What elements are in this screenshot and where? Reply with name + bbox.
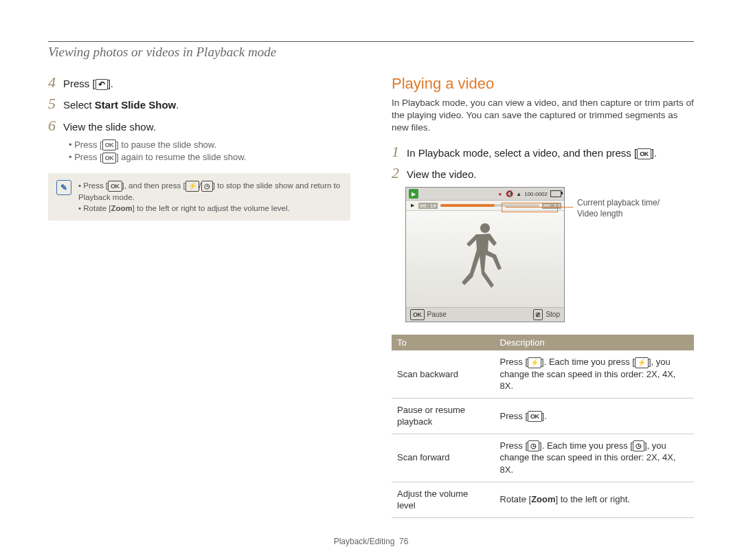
timer-icon xyxy=(528,440,539,451)
cell-desc: Press [OK]. xyxy=(495,398,694,434)
list-item: Press [OK], and then press [/] to stop t… xyxy=(78,180,342,203)
callout-highlight xyxy=(502,203,558,212)
ok-icon: OK xyxy=(102,153,117,164)
table-row: Pause or resume playback Press [OK]. xyxy=(392,398,694,434)
step-6: 6 View the slide show. xyxy=(48,118,350,134)
list-item: Press [OK] to pause the slide show. xyxy=(69,139,350,151)
text: Current playback time/ xyxy=(577,198,660,208)
text: Select xyxy=(63,99,95,111)
cell-to: Pause or resume playback xyxy=(392,398,495,434)
battery-icon xyxy=(550,190,561,197)
text: Press [ xyxy=(83,181,108,190)
text: Pause xyxy=(427,311,447,318)
manual-page: Viewing photos or videos in Playback mod… xyxy=(0,0,742,560)
left-column: 4 Press []. 5 Select Start Slide Show. 6… xyxy=(48,75,350,518)
text: ]. xyxy=(542,411,547,421)
flash-icon xyxy=(635,357,649,368)
step-2: 2 View the video. xyxy=(392,166,694,181)
dancer-silhouette xyxy=(458,218,513,300)
step-text: View the video. xyxy=(407,168,476,181)
back-icon xyxy=(95,79,108,90)
columns: 4 Press []. 5 Select Start Slide Show. 6… xyxy=(48,75,694,518)
th-to: To xyxy=(392,335,495,350)
text: Press [ xyxy=(500,411,528,421)
step-text: Press []. xyxy=(63,77,113,91)
text: ] again to resume the slide show. xyxy=(116,152,246,162)
controls-table: To Description Scan backward Press []. E… xyxy=(392,335,694,518)
text-bold: Zoom xyxy=(111,204,133,212)
shutter-icon: ⎚ xyxy=(533,309,543,320)
right-column: Playing a video In Playback mode, you ca… xyxy=(392,75,694,518)
ok-icon: OK xyxy=(528,411,542,422)
text: Press [ xyxy=(63,78,95,89)
list-item: Rotate [Zoom] to the left or right to ad… xyxy=(78,203,342,214)
text: ] to the left or right to adjust the vol… xyxy=(133,204,290,212)
text-bold: Start Slide Show xyxy=(95,99,176,111)
timer-icon xyxy=(633,440,644,451)
play-mode-icon xyxy=(409,189,418,199)
mute-icon xyxy=(506,190,513,197)
video-figure: 100-0002 00:10 00:20 xyxy=(405,187,694,322)
table-row: Scan forward Press []. Each time you pre… xyxy=(392,434,694,482)
text-bold: Zoom xyxy=(531,494,555,504)
step-5: 5 Select Start Slide Show. xyxy=(48,96,350,112)
file-number: 100-0002 xyxy=(524,191,548,197)
step-text: In Playback mode, select a video, and th… xyxy=(407,146,657,160)
text: Rotate [ xyxy=(83,204,111,212)
ok-icon: OK xyxy=(102,139,117,150)
lcd-bottom-bar: OKPause ⎚Stop xyxy=(406,307,564,322)
cell-desc: Rotate [Zoom] to the left or right. xyxy=(495,482,694,517)
text: In Playback mode, select a video, and th… xyxy=(407,147,637,159)
lcd-top-bar: 100-0002 xyxy=(406,188,564,201)
flash-icon xyxy=(186,181,199,192)
stop-hint: ⎚Stop xyxy=(533,309,560,320)
cell-desc: Press []. Each time you press [], you ch… xyxy=(495,350,694,398)
text: ]. xyxy=(108,78,113,89)
footer-section: Playback/Editing xyxy=(334,537,395,546)
text: ] to the left or right. xyxy=(556,494,630,504)
timer-icon xyxy=(201,181,213,192)
callout-text: Current playback time/ Video length xyxy=(577,198,680,219)
text: Video length xyxy=(577,209,623,219)
step-text: View the slide show. xyxy=(63,120,156,134)
text: . xyxy=(176,99,179,111)
note-icon: ✎ xyxy=(56,180,71,195)
footer-page-number: 76 xyxy=(399,537,408,546)
card-icon xyxy=(516,191,521,197)
step-number: 4 xyxy=(48,75,63,90)
ok-icon: OK xyxy=(410,309,425,320)
text: ]. xyxy=(651,147,657,159)
table-row: Scan backward Press []. Each time you pr… xyxy=(392,350,694,398)
ok-icon: OK xyxy=(637,148,651,159)
text: ], and then press [ xyxy=(122,181,186,190)
text: Press [ xyxy=(500,357,528,367)
play-icon xyxy=(409,202,416,209)
section-title: Playing a video xyxy=(392,75,694,93)
record-icon xyxy=(498,191,503,197)
intro-text: In Playback mode, you can view a video, … xyxy=(392,97,694,135)
text: Rotate [ xyxy=(500,494,532,504)
text: Press [ xyxy=(500,440,528,451)
flash-icon xyxy=(528,357,541,368)
step-number: 1 xyxy=(392,144,407,159)
text: ]. Each time you press [ xyxy=(541,357,635,367)
page-footer: Playback/Editing 76 xyxy=(0,537,742,546)
text: Press [ xyxy=(74,152,102,162)
cell-to: Scan forward xyxy=(392,434,495,482)
cell-to: Adjust the volume level xyxy=(392,482,495,517)
callout-line xyxy=(506,207,573,208)
lcd-body xyxy=(406,211,564,307)
cell-desc: Press []. Each time you press [], you ch… xyxy=(495,434,694,482)
top-rule xyxy=(48,41,694,42)
note-list: Press [OK], and then press [/] to stop t… xyxy=(78,180,342,214)
step-number: 5 xyxy=(48,96,63,111)
note-box: ✎ Press [OK], and then press [/] to stop… xyxy=(48,173,350,221)
pause-hint: OKPause xyxy=(410,309,447,320)
step-number: 6 xyxy=(48,118,63,133)
text: ] to pause the slide show. xyxy=(116,139,216,150)
progress-fill xyxy=(440,204,495,207)
table-header-row: To Description xyxy=(392,335,694,350)
th-desc: Description xyxy=(495,335,694,350)
list-item: Press [OK] again to resume the slide sho… xyxy=(69,152,350,164)
page-heading: Viewing photos or videos in Playback mod… xyxy=(48,45,694,60)
